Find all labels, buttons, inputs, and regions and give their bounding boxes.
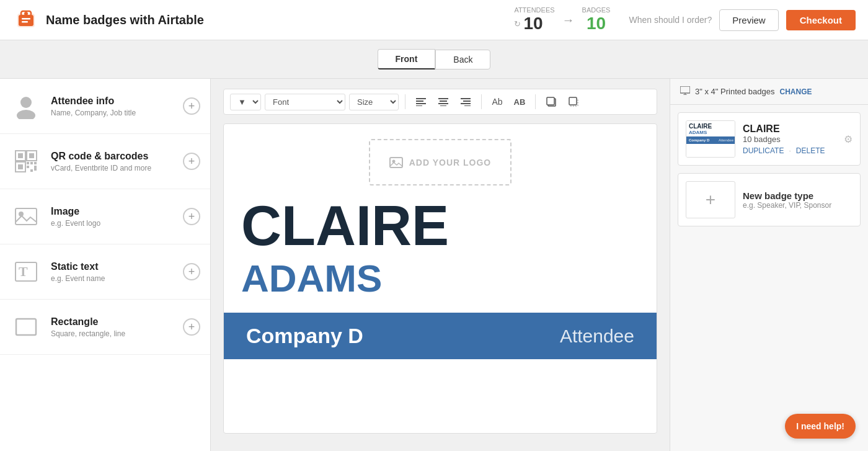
copy-button[interactable] — [542, 93, 560, 110]
sidebar-item-qr-code[interactable]: QR code & barcodes vCard, Eventbrite ID … — [0, 134, 210, 189]
badge-type-thumbnail: CLAIRE ADAMS Company D Attendee — [686, 120, 735, 158]
badge-last-name[interactable]: ADAMS — [224, 254, 657, 313]
svg-rect-19 — [34, 166, 37, 171]
svg-rect-38 — [547, 97, 554, 105]
arrow-icon: → — [562, 13, 575, 27]
format-ab-button[interactable]: Ab — [488, 93, 507, 110]
sidebar-item-image-desc: e.g. Event logo — [51, 219, 183, 228]
sidebar-item-rectangle-title: Rectangle — [51, 316, 183, 328]
change-size-button[interactable]: CHANGE — [779, 87, 812, 96]
new-badge-type-card[interactable]: + New badge type e.g. Speaker, VIP, Spon… — [678, 173, 861, 226]
add-qr-button[interactable]: + — [183, 153, 200, 170]
sidebar-item-image-text: Image e.g. Event logo — [51, 206, 183, 228]
delete-button[interactable]: DELETE — [796, 146, 825, 155]
help-button[interactable]: I need help! — [785, 414, 856, 439]
main-layout: Attendee info Name, Company, Job title + — [0, 79, 868, 451]
svg-point-7 — [17, 110, 35, 119]
add-rectangle-button[interactable]: + — [183, 318, 200, 336]
toolbar-divider-2 — [481, 94, 482, 109]
sidebar-item-rectangle-desc: Square, rectangle, line — [51, 329, 183, 338]
font-weight-select[interactable]: ▼ — [230, 94, 261, 110]
badges-label: BADGES — [582, 6, 611, 14]
sidebar-item-qr-title: QR code & barcodes — [51, 151, 183, 162]
align-center-button[interactable] — [434, 93, 453, 110]
paste-button[interactable] — [564, 93, 583, 110]
badge-first-name[interactable]: CLAIRE — [224, 192, 657, 254]
svg-text:T: T — [19, 264, 28, 279]
svg-rect-40 — [569, 97, 577, 105]
checkout-button[interactable]: Checkout — [786, 10, 856, 30]
gear-icon[interactable]: ⚙ — [844, 133, 852, 145]
new-badge-desc: e.g. Speaker, VIP, Sponsor — [743, 201, 852, 210]
app-logo — [12, 5, 40, 35]
svg-rect-24 — [16, 319, 36, 335]
svg-rect-41 — [390, 158, 402, 167]
svg-point-6 — [20, 97, 32, 108]
badge-size-text: 3" x 4" Printed badges — [695, 87, 774, 96]
svg-rect-43 — [680, 86, 690, 93]
order-prompt: When should I order? — [629, 15, 712, 25]
qr-code-icon — [10, 145, 42, 177]
preview-button[interactable]: Preview — [719, 9, 778, 31]
new-badge-info: New badge type e.g. Speaker, VIP, Sponso… — [743, 190, 852, 210]
svg-rect-18 — [30, 169, 33, 172]
badge-role[interactable]: Attendee — [560, 326, 634, 347]
sidebar-item-static-desc: e.g. Event name — [51, 274, 183, 283]
sidebar-item-static-title: Static text — [51, 261, 183, 272]
logo-placeholder[interactable]: ADD YOUR LOGO — [369, 139, 512, 185]
new-badge-title: New badge type — [743, 190, 852, 201]
attendees-label: ATTENDEES — [514, 6, 554, 14]
badge-company[interactable]: Company D — [246, 324, 363, 348]
svg-rect-14 — [27, 162, 29, 164]
new-badge-plus-icon: + — [686, 181, 735, 218]
svg-rect-17 — [27, 166, 29, 168]
badge-type-actions: DUPLICATE · DELETE — [743, 146, 836, 155]
badges-value: 10 — [587, 14, 606, 33]
add-image-button[interactable]: + — [183, 208, 200, 225]
mini-badge-lastname: ADAMS — [686, 130, 735, 135]
sidebar-item-image[interactable]: Image e.g. Event logo + — [0, 189, 210, 244]
duplicate-button[interactable]: DUPLICATE — [743, 146, 784, 155]
static-text-icon: T — [10, 256, 42, 288]
sidebar-item-desc: Name, Company, Job title — [51, 109, 183, 117]
svg-point-3 — [24, 12, 28, 16]
align-left-button[interactable] — [412, 93, 430, 110]
format-AB-button[interactable]: AB — [510, 93, 529, 110]
app-title: Name badges with Airtable — [46, 13, 514, 27]
align-right-button[interactable] — [456, 93, 475, 110]
add-attendee-button[interactable]: + — [183, 97, 200, 115]
sidebar-item-qr-desc: vCard, Eventbrite ID and more — [51, 164, 183, 172]
toolbar-divider-1 — [405, 94, 405, 109]
tab-back[interactable]: Back — [435, 50, 490, 69]
sidebar-item-static-text[interactable]: T Static text e.g. Event name + — [0, 244, 210, 300]
header-stats: ATTENDEES ↻ 10 → BADGES 10 — [514, 6, 610, 33]
header-actions: When should I order? Preview Checkout — [629, 9, 856, 31]
badge-canvas: ADD YOUR LOGO CLAIRE ADAMS Company D Att… — [223, 123, 657, 434]
badge-size-header: 3" x 4" Printed badges CHANGE — [670, 79, 868, 105]
image-icon — [10, 200, 42, 233]
sidebar-item-image-title: Image — [51, 206, 183, 217]
refresh-icon: ↻ — [514, 19, 521, 29]
font-name-select[interactable]: Font — [265, 94, 345, 110]
tab-front[interactable]: Front — [378, 49, 436, 69]
sidebar-item-static-text-info: Static text e.g. Event name — [51, 261, 183, 283]
badge-type-count: 10 badges — [743, 135, 836, 144]
canvas-area: ▼ Font Size Ab AB — [211, 79, 670, 451]
svg-rect-20 — [16, 208, 37, 225]
right-sidebar: 3" x 4" Printed badges CHANGE CLAIRE ADA… — [670, 79, 868, 451]
add-static-text-button[interactable]: + — [183, 263, 200, 280]
svg-rect-13 — [18, 164, 23, 169]
left-sidebar: Attendee info Name, Company, Job title + — [0, 79, 211, 451]
attendee-icon — [10, 90, 42, 122]
sidebar-item-rectangle[interactable]: Rectangle Square, rectangle, line + — [0, 300, 210, 355]
monitor-icon — [680, 86, 690, 97]
font-size-select[interactable]: Size — [349, 94, 399, 110]
logo-placeholder-text: ADD YOUR LOGO — [409, 158, 492, 167]
svg-rect-5 — [22, 21, 28, 23]
sidebar-item-attendee-info-text: Attendee info Name, Company, Job title — [51, 96, 183, 117]
svg-rect-16 — [34, 162, 37, 164]
formatting-toolbar: ▼ Font Size Ab AB — [223, 89, 657, 115]
badge-footer: Company D Attendee — [224, 313, 657, 359]
sidebar-item-attendee-info[interactable]: Attendee info Name, Company, Job title + — [0, 79, 210, 134]
mini-badge-footer: Company D Attendee — [686, 136, 735, 144]
